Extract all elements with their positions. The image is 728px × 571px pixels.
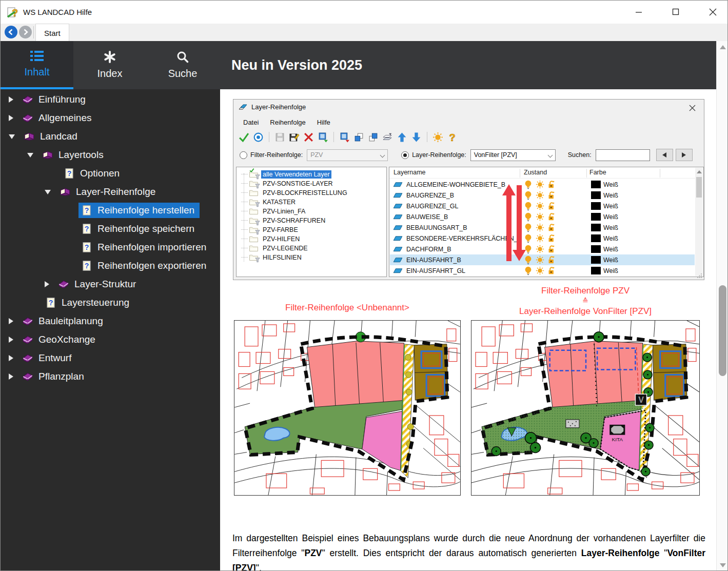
menu-hilfe[interactable]: Hilfe bbox=[311, 117, 336, 128]
dialog-close-button[interactable] bbox=[684, 102, 700, 114]
back-button[interactable] bbox=[5, 26, 17, 38]
filter-item[interactable]: PZV-FARBE bbox=[237, 225, 300, 234]
column-farbe[interactable]: Farbe bbox=[589, 169, 606, 176]
layer-row[interactable]: BEBAUUNGSART_BWeiß bbox=[390, 222, 695, 233]
delete-button[interactable] bbox=[303, 132, 314, 143]
sidebar-item-layer-reihenfolge[interactable]: Layer-Reihenfolge bbox=[1, 183, 220, 201]
search-input[interactable] bbox=[596, 149, 650, 161]
sidebar-item-optionen[interactable]: Optionen bbox=[1, 165, 220, 182]
sidebar-item-landcad[interactable]: Landcad bbox=[1, 128, 220, 145]
sun-icon[interactable] bbox=[536, 233, 544, 243]
start-tab[interactable]: Start bbox=[35, 24, 69, 42]
layer-row[interactable]: BAUWEISE_BWeiß bbox=[390, 211, 695, 222]
filter-item[interactable]: PZV-LEGENDE bbox=[237, 243, 309, 253]
sidebar-item-layersteuerung[interactable]: Layersteuerung bbox=[1, 294, 220, 311]
sun-icon[interactable] bbox=[536, 190, 544, 200]
move-up-button[interactable] bbox=[397, 132, 407, 143]
tab-index[interactable]: Index bbox=[73, 41, 146, 89]
expander-collapsed-icon[interactable] bbox=[9, 318, 13, 324]
layer-row[interactable]: BAUGRENZE_BWeiß bbox=[390, 190, 695, 201]
close-button[interactable] bbox=[698, 1, 727, 23]
filter-item[interactable]: PZV-SCHRAFFUREN bbox=[237, 215, 327, 225]
filter-item[interactable]: alle Verwendeten Layer bbox=[237, 169, 331, 179]
sidebar-item-reihenfolge-speichern[interactable]: Reihenfolge speichern bbox=[1, 220, 220, 238]
sun-icon[interactable] bbox=[536, 212, 544, 222]
apply-check-button[interactable] bbox=[239, 132, 249, 143]
filter-item[interactable]: PZV-Linien_FA bbox=[237, 206, 307, 216]
expander-collapsed-icon[interactable] bbox=[9, 373, 13, 380]
layer-row[interactable]: ALLGEMEINE-WOHNGEBIETE_BWeiß bbox=[390, 179, 695, 190]
expander-collapsed-icon[interactable] bbox=[9, 337, 13, 343]
scroll-up-icon[interactable] bbox=[697, 170, 702, 173]
bulb-icon[interactable] bbox=[524, 266, 533, 275]
sun-icon[interactable] bbox=[536, 244, 544, 254]
layer-row[interactable]: BESONDERE-VERKEHRSFLÄCHEN_BWeiß bbox=[390, 233, 695, 244]
maximize-button[interactable] bbox=[661, 1, 690, 23]
sidebar-item-pflanzplan[interactable]: Pflanzplan bbox=[1, 368, 220, 385]
filter-item[interactable]: PZV-BLOCKFREISTELLUNG bbox=[237, 188, 349, 198]
sidebar-item-geoxchange[interactable]: GeoXchange bbox=[1, 331, 220, 348]
search-next-button[interactable] bbox=[676, 149, 693, 161]
layer-order-radio[interactable] bbox=[401, 151, 409, 159]
forward-button[interactable] bbox=[19, 26, 32, 38]
lock-open-icon[interactable] bbox=[547, 201, 556, 211]
tab-inhalt[interactable]: Inhalt bbox=[1, 41, 73, 89]
preview-eye-button[interactable] bbox=[253, 132, 264, 143]
sun-icon[interactable] bbox=[536, 201, 544, 211]
new-layer-order-button[interactable] bbox=[339, 132, 350, 143]
sidebar-item-allgemeines[interactable]: Allgemeines bbox=[1, 109, 220, 127]
main-scrollbar[interactable] bbox=[716, 41, 728, 571]
sidebar-item-bauleitplanung[interactable]: Bauleitplanung bbox=[1, 312, 220, 330]
sidebar-item-reihenfolgen-exportieren[interactable]: Reihenfolgen exportieren bbox=[1, 257, 220, 274]
layer-row[interactable]: DACHFORM_BWeiß bbox=[390, 244, 695, 254]
lock-open-icon[interactable] bbox=[547, 244, 556, 254]
filter-item[interactable]: PZV-SONSTIGE-LAYER bbox=[237, 179, 335, 188]
layer-row[interactable]: BAUGRENZE_GLWeiß bbox=[390, 201, 695, 211]
save-as-button[interactable] bbox=[289, 132, 300, 143]
move-down-button[interactable] bbox=[411, 132, 422, 143]
sidebar-item-reihenfolge-herstellen[interactable]: Reihenfolge herstellen bbox=[1, 202, 220, 219]
list-scrollbar-thumb[interactable] bbox=[696, 177, 702, 198]
expander-collapsed-icon[interactable] bbox=[45, 281, 49, 287]
list-scrollbar[interactable] bbox=[695, 168, 703, 276]
lock-open-icon[interactable] bbox=[547, 180, 556, 189]
menu-reihenfolge[interactable]: Reihenfolge bbox=[264, 117, 311, 128]
lock-open-icon[interactable] bbox=[547, 223, 556, 232]
scroll-up-icon[interactable] bbox=[720, 45, 726, 49]
sidebar-item-reihenfolgen-importieren[interactable]: Reihenfolgen importieren bbox=[1, 239, 220, 256]
expander-expanded-icon[interactable] bbox=[27, 153, 33, 157]
lock-open-icon[interactable] bbox=[547, 190, 556, 200]
lock-open-icon[interactable] bbox=[547, 266, 556, 275]
sidebar-item-entwurf[interactable]: Entwurf bbox=[1, 349, 220, 367]
sun-icon[interactable] bbox=[536, 180, 544, 189]
dialog-resize-grip[interactable] bbox=[697, 273, 702, 278]
scroll-down-icon[interactable] bbox=[720, 563, 726, 567]
minimize-button[interactable] bbox=[624, 1, 653, 23]
sidebar-item-layer-struktur[interactable]: Layer-Struktur bbox=[1, 275, 220, 293]
search-prev-button[interactable] bbox=[656, 149, 673, 161]
expander-collapsed-icon[interactable] bbox=[9, 355, 13, 361]
send-to-back-button[interactable] bbox=[368, 132, 379, 143]
sun-icon[interactable] bbox=[536, 266, 544, 275]
sidebar-item-layertools[interactable]: Layertools bbox=[1, 146, 220, 164]
lock-open-icon[interactable] bbox=[547, 255, 556, 265]
sun-icon[interactable] bbox=[536, 223, 544, 232]
sidebar-item-einfuehrung[interactable]: Einführung bbox=[1, 91, 220, 108]
expander-expanded-icon[interactable] bbox=[9, 134, 15, 139]
main-scrollbar-thumb[interactable] bbox=[719, 285, 726, 376]
save-button-disabled[interactable] bbox=[274, 132, 285, 143]
filter-order-radio[interactable] bbox=[240, 151, 247, 159]
layer-row-selected[interactable]: EIN-AUSFAHRT_BWeiß bbox=[390, 254, 695, 265]
filter-item[interactable]: PZV-HILFEN bbox=[237, 234, 301, 244]
layer-order-combo[interactable]: VonFilter [PZV] bbox=[470, 149, 556, 161]
menu-datei[interactable]: Datei bbox=[238, 117, 264, 128]
sun-icon[interactable] bbox=[536, 255, 544, 265]
column-zustand[interactable]: Zustand bbox=[524, 169, 547, 176]
layer-stack-button[interactable] bbox=[382, 132, 393, 143]
filter-order-combo[interactable]: PZV bbox=[307, 149, 388, 161]
tab-suche[interactable]: Suche bbox=[146, 41, 219, 89]
new-filter-order-button[interactable] bbox=[318, 132, 328, 143]
lock-open-icon[interactable] bbox=[547, 233, 556, 243]
filter-item[interactable]: KATASTER bbox=[237, 197, 297, 207]
help-button[interactable]: ? bbox=[447, 132, 458, 143]
